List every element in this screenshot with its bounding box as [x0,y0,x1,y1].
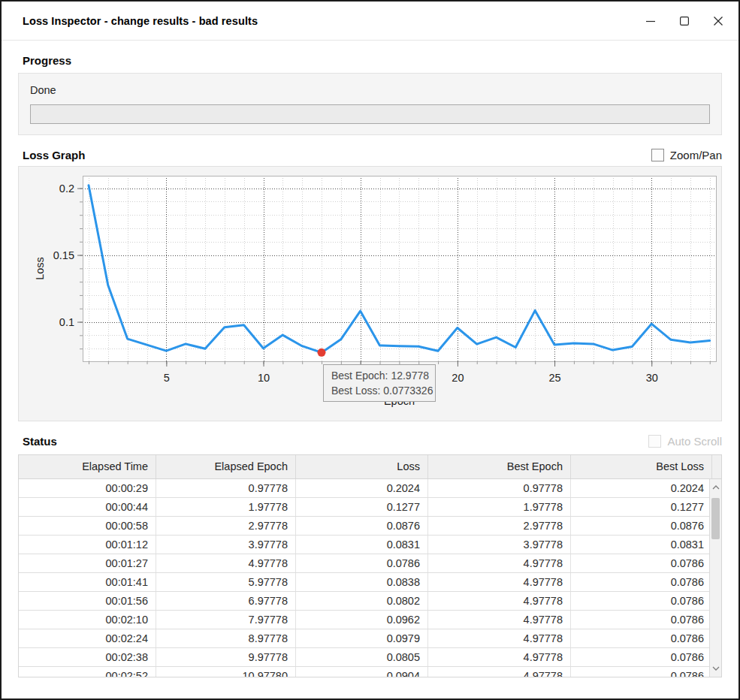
close-button[interactable] [711,14,725,28]
window-controls [644,14,725,28]
close-icon [713,16,723,26]
chevron-up-icon [712,485,720,490]
table-cell: 00:01:56 [19,592,156,610]
table-cell: 00:02:10 [19,611,156,629]
progress-status-label: Done [30,84,710,96]
status-heading: Status [23,435,57,448]
progress-heading: Progress [23,54,71,67]
table-cell: 4.97778 [427,648,570,666]
table-cell: 0.0786 [570,611,709,629]
x-tick-label: 10 [258,372,270,384]
tooltip-best-loss: Best Loss: 0.0773326 [331,383,427,398]
table-cell: 00:00:44 [19,498,156,516]
minimize-icon [645,16,656,26]
table-cell: 0.0904 [295,667,427,677]
table-cell: 1.97778 [427,498,570,516]
table-cell: 00:00:29 [19,479,156,497]
table-row[interactable]: 00:00:290.977780.20240.977780.2024 [19,479,709,498]
status-table: Elapsed Time Elapsed Epoch Loss Best Epo… [18,454,722,677]
table-cell: 00:01:41 [19,573,156,591]
loss-chart-panel: 510152025300.10.150.2EpochLoss Best Epoc… [18,166,722,421]
table-cell: 0.1277 [295,498,427,516]
table-row[interactable]: 00:02:389.977780.08054.977780.0786 [19,648,709,667]
status-section-header: Status Auto Scroll [18,435,722,448]
table-row[interactable]: 00:00:441.977780.12771.977780.1277 [19,498,709,517]
scrollbar-down-button[interactable] [710,662,721,675]
column-header-spacer [711,455,721,478]
maximize-button[interactable] [678,14,691,28]
table-cell: 0.0802 [295,592,427,610]
table-cell: 2.97778 [156,517,295,535]
table-scrollbar[interactable] [709,479,721,677]
table-cell: 0.1277 [570,498,709,516]
best-point-marker [317,348,325,357]
titlebar[interactable]: Loss Inspector - change results - bad re… [2,2,738,41]
table-cell: 00:02:52 [19,667,156,677]
table-cell: 0.0979 [295,629,427,647]
table-cell: 0.0786 [570,648,709,666]
table-row[interactable]: 00:02:248.977780.09794.977780.0786 [19,629,709,648]
column-header-elapsed-time[interactable]: Elapsed Time [19,455,156,478]
table-cell: 0.0786 [295,554,427,572]
zoom-pan-checkbox[interactable]: Zoom/Pan [651,149,722,161]
table-cell: 00:01:27 [19,554,156,572]
best-point-tooltip: Best Epoch: 12.9778 Best Loss: 0.0773326 [323,364,436,402]
x-tick-label: 30 [646,372,658,384]
window-title: Loss Inspector - change results - bad re… [23,15,644,27]
table-row[interactable]: 00:01:274.977780.07864.977780.0786 [19,554,709,573]
x-tick-label: 25 [548,372,560,384]
table-cell: 0.0876 [570,517,709,535]
loss-inspector-window: Loss Inspector - change results - bad re… [0,0,740,700]
chevron-down-icon [712,666,720,671]
table-cell: 4.97778 [427,611,570,629]
table-cell: 3.97778 [427,536,570,554]
table-cell: 5.97778 [156,573,295,591]
table-cell: 8.97778 [156,629,295,647]
scrollbar-thumb[interactable] [711,498,720,539]
table-cell: 0.0831 [570,536,709,554]
table-cell: 0.97778 [156,479,295,497]
progress-panel: Done [18,73,722,135]
column-header-elapsed-epoch[interactable]: Elapsed Epoch [156,455,295,478]
table-row[interactable]: 00:02:5210.977800.09044.977780.0786 [19,667,709,677]
scrollbar-up-button[interactable] [710,481,721,494]
loss-graph-section-header: Loss Graph Zoom/Pan [18,149,722,161]
table-cell: 0.0962 [295,611,427,629]
table-cell: 0.0838 [295,573,427,591]
loss-graph-heading: Loss Graph [23,149,85,161]
table-row[interactable]: 00:01:123.977780.08313.977780.0831 [19,536,709,554]
minimize-button[interactable] [644,14,657,28]
table-cell: 0.0786 [570,667,709,677]
maximize-icon [679,16,690,26]
y-tick-label: 0.2 [59,183,74,195]
table-cell: 0.0805 [295,648,427,666]
table-cell: 4.97778 [427,592,570,610]
table-cell: 0.0786 [570,629,709,647]
table-cell: 0.2024 [570,479,709,497]
y-tick-label: 0.1 [59,316,74,328]
table-cell: 4.97778 [427,573,570,591]
column-header-best-epoch[interactable]: Best Epoch [427,455,570,478]
auto-scroll-checkbox: Auto Scroll [648,435,722,448]
column-header-best-loss[interactable]: Best Loss [570,455,711,478]
table-row[interactable]: 00:00:582.977780.08762.977780.0876 [19,517,709,536]
table-cell: 00:01:12 [19,536,156,554]
table-cell: 4.97778 [427,554,570,572]
table-cell: 9.97778 [156,648,295,666]
table-cell: 7.97778 [156,611,295,629]
progress-bar [30,104,710,124]
table-cell: 0.0786 [570,554,709,572]
y-axis-title: Loss [34,257,46,280]
auto-scroll-checkbox-label: Auto Scroll [667,435,722,448]
table-cell: 0.0786 [570,573,709,591]
progress-section-header: Progress [18,54,722,67]
table-row[interactable]: 00:02:107.977780.09624.977780.0786 [19,611,709,629]
table-row[interactable]: 00:01:566.977780.08024.977780.0786 [19,592,709,611]
table-cell: 2.97778 [427,517,570,535]
zoom-pan-checkbox-label: Zoom/Pan [670,149,722,161]
auto-scroll-checkbox-box [648,435,661,448]
table-row[interactable]: 00:01:415.977780.08384.977780.0786 [19,573,709,592]
tooltip-best-epoch: Best Epoch: 12.9778 [331,368,427,383]
column-header-loss[interactable]: Loss [295,455,427,478]
table-cell: 00:02:24 [19,629,156,647]
